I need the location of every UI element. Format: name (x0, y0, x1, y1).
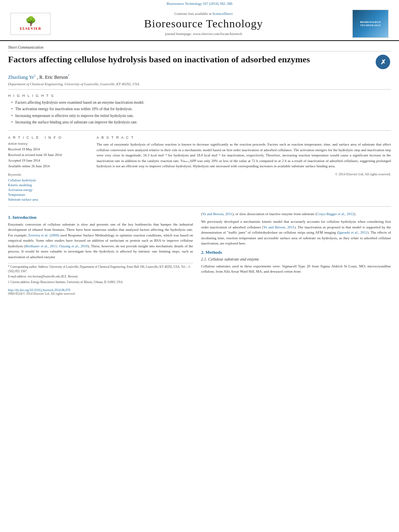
journal-title: Bioresource Technology (63, 17, 344, 30)
footer-notes: * Corresponding author. Address: Univers… (8, 263, 193, 284)
author2-name: , R. Eric Berson (37, 74, 68, 80)
history-label: Article history: (8, 142, 88, 146)
intro-para1: Enzymatic conversion of cellulose substr… (8, 222, 193, 260)
abstract-text: The rate of enzymatic hydrolysis of cell… (97, 142, 391, 177)
article-info-column: A R T I C L E I N F O Article history: R… (8, 136, 88, 202)
methods-section-title: 2. Methods (201, 250, 391, 255)
intro-section-title: 1. Introduction (8, 215, 193, 220)
journal-cover-image: BIORESOURCE TECHNOLOGY (352, 10, 389, 38)
journal-title-area: Contents lists available at ScienceDirec… (55, 12, 352, 36)
crossmark-icon: ✗ (376, 55, 390, 69)
journal-cover-area: BIORESOURCE TECHNOLOGY (352, 10, 393, 38)
footnote-2: 1 Current address: Energy Biosciences In… (8, 280, 193, 285)
intro-para2: We previously developed a mechanistic ki… (201, 219, 391, 246)
logo-box: 🌳 ELSEVIER (10, 13, 51, 35)
keyword-1: Cellulose hydrolysis (8, 178, 88, 182)
authors-line: Zhuoliang Ye1 , R. Eric Berson* (8, 74, 391, 80)
main-content: Short Communication Factors affecting ce… (0, 41, 399, 300)
highlights-label: H I G H L I G H T S (8, 94, 391, 98)
author1-name[interactable]: Zhuoliang Ye (8, 74, 34, 80)
highlight-item: Factors affecting hydrolysis were examin… (11, 100, 391, 105)
info-abstract-area: A R T I C L E I N F O Article history: R… (8, 136, 391, 207)
highlight-item: The activation energy for inactivation w… (11, 107, 391, 112)
journal-header: 🌳 ELSEVIER Contents lists available at S… (0, 6, 399, 41)
citation-text: Bioresource Technology 167 (2014) 582–58… (167, 2, 232, 6)
methods-subsection-title: 2.1. Cellulose substrate and enzyme (201, 257, 391, 261)
intro-para1-cont: (Ye and Berson, 2011), or slow dissociat… (201, 212, 391, 217)
author1-sup: 1 (34, 74, 36, 78)
abstract-label: A B S T R A C T (97, 136, 391, 140)
body-right-column: (Ye and Berson, 2011), or slow dissociat… (201, 212, 391, 296)
footnote-email: E-mail address: eric.berson@louisville.e… (8, 275, 193, 279)
highlight-item: Increasing temperature is effective only… (11, 113, 391, 119)
footer-bottom: http://dx.doi.org/10.1016/j.biortech.201… (8, 287, 193, 292)
keyword-3: Activation energy (8, 188, 88, 192)
keyword-4: Temperature (8, 193, 88, 197)
abstract-copyright: © 2014 Elsevier Ltd. All rights reserved… (97, 172, 391, 177)
doi-link[interactable]: http://dx.doi.org/10.1016/j.biortech.201… (8, 288, 70, 292)
issn-copyright: 0960-8524/© 2014 Elsevier Ltd. All right… (8, 292, 193, 296)
sciencedirect-link[interactable]: ScienceDirect (212, 12, 232, 16)
highlights-list: Factors affecting hydrolysis were examin… (8, 100, 391, 125)
body-content: 1. Introduction Enzymatic conversion of … (8, 212, 391, 296)
homepage-url: journal homepage: www.elsevier.com/locat… (63, 32, 344, 36)
sciencedirect-line: Contents lists available at ScienceDirec… (63, 12, 344, 16)
author2-sup: * (68, 74, 70, 78)
article-info-label: A R T I C L E I N F O (8, 136, 88, 140)
email-link[interactable]: eric.berson@louisville.edu (28, 275, 60, 278)
keyword-5: Substrate surface area (8, 197, 88, 201)
keywords-label: Keywords: (8, 173, 88, 177)
body-left-column: 1. Introduction Enzymatic conversion of … (8, 212, 193, 296)
tree-icon: 🌳 (25, 17, 36, 26)
highlight-item: Increasing the surface binding area of s… (11, 120, 391, 125)
methods-para1: Cellulose substrates used in these exper… (201, 264, 391, 275)
journal-citation: Bioresource Technology 167 (2014) 582–58… (0, 0, 399, 6)
article-type: Short Communication (8, 45, 391, 51)
online-date: Available online 26 June 2014 (8, 164, 88, 169)
received-date: Received 19 May 2014 (8, 147, 88, 152)
footnote-1: * Corresponding author. Address: Univers… (8, 265, 193, 273)
elsevier-wordmark: ELSEVIER (20, 27, 41, 31)
revised-date: Received in revised form 18 June 2014 (8, 153, 88, 158)
article-title: Factors affecting cellulose hydrolysis b… (8, 54, 371, 66)
crossmark-badge[interactable]: ✗ (375, 54, 391, 70)
abstract-column: A B S T R A C T The rate of enzymatic hy… (97, 136, 391, 202)
affiliation: Department of Chemical Engineering, Univ… (8, 82, 391, 90)
keyword-2: Kinetic modeling (8, 183, 88, 187)
elsevier-logo: 🌳 ELSEVIER (6, 13, 55, 35)
title-area: Factors affecting cellulose hydrolysis b… (8, 54, 391, 70)
publisher-logo-area: 🌳 ELSEVIER (6, 13, 55, 35)
highlights-section: H I G H L I G H T S Factors affecting hy… (8, 94, 391, 131)
accepted-date: Accepted 19 June 2014 (8, 158, 88, 163)
